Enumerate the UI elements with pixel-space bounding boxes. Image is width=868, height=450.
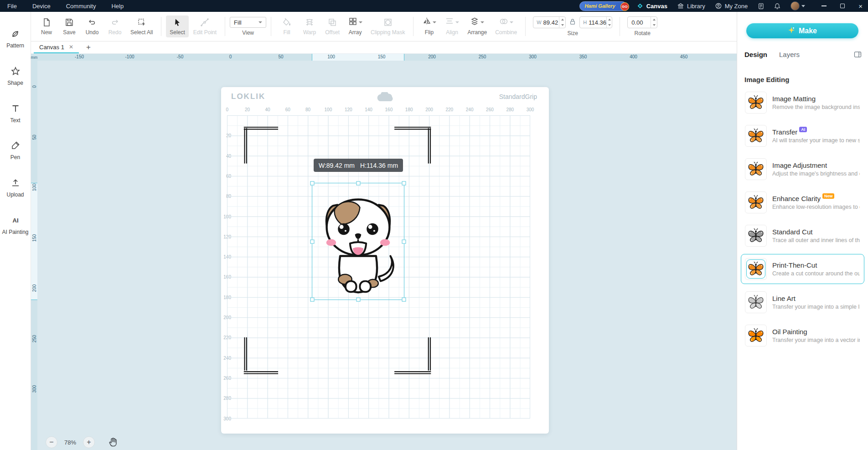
canvas-viewport[interactable]: LOKLIK StandardGrip 02040608010012014016… [37, 61, 737, 450]
redo-button[interactable]: Redo [104, 16, 126, 37]
image-editing-item[interactable]: Enhance Clarity New Enhance low-resoluti… [741, 187, 864, 217]
align-icon [445, 17, 454, 28]
item-title: Oil Painting [772, 328, 807, 336]
height-stepper[interactable] [606, 17, 612, 28]
chevron-down-icon [433, 21, 436, 23]
combine-button[interactable]: Combine [491, 16, 521, 37]
sidebar-item-ai-painting[interactable]: AI AI Painting [1, 216, 30, 236]
array-button[interactable]: Array [344, 16, 366, 37]
view-mode-select[interactable]: Fill [230, 17, 266, 28]
image-editing-item[interactable]: Image Adjustment Adjust the image's brig… [741, 154, 864, 184]
undo-button[interactable]: Undo [81, 16, 103, 37]
sidebar-item-pen[interactable]: Pen [1, 141, 30, 161]
window-close-button[interactable]: × [858, 3, 863, 10]
ruler-label: 200 [425, 107, 433, 112]
select-all-button[interactable]: Select All [127, 16, 156, 37]
svg-text:AI: AI [12, 217, 18, 224]
top-menubar: File Device Community Help Hami Gallery … [0, 0, 868, 12]
menu-device[interactable]: Device [32, 3, 51, 10]
chevron-down-icon [510, 21, 513, 23]
ruler-label: 140 [365, 107, 372, 112]
selection-handle[interactable] [310, 181, 315, 186]
shape-star-icon [11, 67, 20, 78]
butterfly-icon [747, 293, 765, 311]
item-description: Enhance low-resolution images to clea... [772, 204, 860, 210]
sidebar-item-text[interactable]: Text [1, 104, 30, 124]
width-input[interactable]: W 89.42 [533, 16, 566, 28]
ruler-label: 150 [378, 54, 386, 59]
new-icon [42, 17, 51, 27]
image-editing-item[interactable]: Standard Cut Trace all outer and inner l… [741, 221, 864, 251]
warp-button[interactable]: Warp [299, 16, 320, 37]
artboard-h-ruler: 0204060801001201401601802002202402602803… [221, 107, 549, 113]
flip-button[interactable]: Flip [418, 16, 440, 37]
nav-library[interactable]: Library [677, 3, 705, 10]
window-maximize-button[interactable] [840, 4, 845, 8]
ruler-label: 100 [32, 181, 37, 194]
nav-my-zone[interactable]: My Zone [715, 3, 748, 10]
image-editing-item[interactable]: Line Art Transfer your image into a simp… [741, 287, 864, 317]
item-title: Transfer [772, 128, 797, 136]
selection-handle[interactable] [310, 239, 315, 243]
ruler-label: 50 [278, 54, 283, 59]
selection-handle[interactable] [310, 298, 315, 302]
sidebar-item-shape[interactable]: Shape [1, 67, 30, 87]
item-title: Standard Cut [772, 228, 812, 236]
collapse-panel-icon[interactable] [854, 51, 862, 58]
save-button[interactable]: Save [58, 16, 80, 37]
image-editing-item[interactable]: Print-Then-Cut Create a cut contour arou… [741, 254, 864, 284]
image-editing-item[interactable]: Oil Painting Transfer your image into a … [741, 321, 864, 351]
image-editing-item[interactable]: Transfer AI AI will transfer your image … [741, 121, 864, 151]
lock-ratio-icon[interactable] [569, 18, 576, 27]
selection-handle[interactable] [402, 181, 406, 186]
user-avatar [790, 1, 800, 10]
hami-gallery-badge[interactable]: Hami Gallery GO [579, 1, 626, 11]
ruler-label: 0 [32, 80, 37, 93]
hami-gallery-label: Hami Gallery [584, 3, 615, 9]
menu-file[interactable]: File [7, 3, 17, 10]
ruler-label: 160 [385, 107, 393, 112]
ruler-label: 60 [285, 107, 290, 112]
window-minimize-button[interactable] [822, 5, 827, 6]
ruler-label: 250 [479, 54, 486, 59]
tab-layers[interactable]: Layers [779, 51, 800, 58]
menu-community[interactable]: Community [66, 3, 96, 10]
ruler-label: 220 [445, 107, 453, 112]
zoom-in-button[interactable]: + [83, 436, 95, 448]
zoom-out-button[interactable]: − [46, 436, 57, 448]
pan-hand-icon[interactable] [108, 436, 119, 448]
clipping-mask-button[interactable]: Clipping Mask [367, 16, 408, 37]
width-stepper[interactable] [559, 17, 565, 28]
sidebar-item-pattern[interactable]: Pattern [1, 29, 30, 49]
journal-icon[interactable] [758, 3, 764, 10]
offset-button[interactable]: Offset [321, 16, 343, 37]
undo-icon [88, 17, 97, 27]
tab-close-icon[interactable]: ✕ [69, 44, 73, 50]
item-thumbnail [745, 125, 767, 147]
height-input[interactable]: H 114.36 [579, 16, 612, 28]
sidebar-item-upload[interactable]: Upload [1, 178, 30, 198]
menu-help[interactable]: Help [111, 3, 124, 10]
notifications-bell-icon[interactable] [774, 3, 780, 10]
tab-design[interactable]: Design [744, 51, 767, 58]
selection-handle[interactable] [402, 298, 406, 302]
new-button[interactable]: New [36, 16, 57, 37]
canvas-tab[interactable]: Canvas 1 ✕ [34, 41, 79, 53]
nav-canvas[interactable]: Canvas [637, 3, 667, 10]
add-canvas-button[interactable]: + [86, 43, 91, 52]
select-tool-button[interactable]: Select [166, 16, 188, 37]
fill-button[interactable]: Fill [276, 16, 298, 37]
make-button[interactable]: Make [746, 23, 858, 38]
edit-point-button[interactable]: Edit Point [190, 16, 220, 37]
ruler-unit-label: mm [31, 54, 37, 61]
image-editing-item[interactable]: Image Matting Remove the image backgroun… [741, 88, 864, 118]
selection-handle[interactable] [402, 239, 406, 243]
align-button[interactable]: Align [441, 16, 463, 37]
user-account-menu[interactable] [790, 1, 805, 10]
rotate-input[interactable]: 0.00 [627, 16, 657, 28]
rotate-stepper[interactable] [651, 17, 657, 28]
arrange-button[interactable]: Arrange [464, 16, 491, 37]
rotate-group: 0.00 Rotate [627, 16, 657, 36]
selection-handle[interactable] [356, 181, 360, 186]
selection-handle[interactable] [356, 298, 360, 302]
